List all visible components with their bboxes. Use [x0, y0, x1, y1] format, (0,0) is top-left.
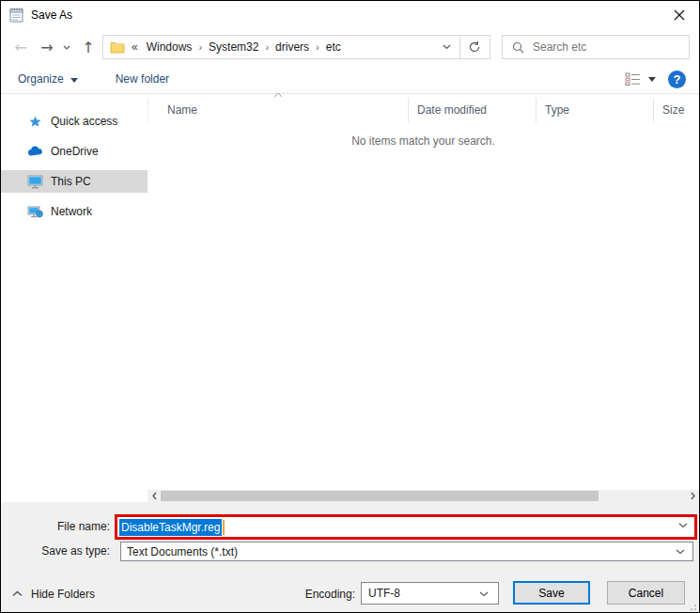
- quick-access-star-icon: [26, 114, 43, 129]
- close-icon: [674, 9, 685, 21]
- sidebar-item-label: Network: [51, 205, 92, 218]
- organize-button[interactable]: Organize: [18, 72, 78, 86]
- chevron-right-icon: [691, 492, 695, 500]
- close-button[interactable]: [660, 1, 699, 28]
- dialog-footer: Hide Folders Encoding: UTF-8 Save Cancel: [1, 574, 699, 613]
- sidebar-item-label: This PC: [51, 175, 91, 188]
- breadcrumb-item-etc[interactable]: etc: [326, 40, 341, 54]
- refresh-button[interactable]: [459, 35, 490, 59]
- save-button-label: Save: [538, 587, 564, 600]
- list-view-icon: [625, 72, 641, 86]
- main-area: Quick access OneDrive This PC: [1, 95, 699, 502]
- forward-icon: →: [40, 39, 53, 56]
- cancel-button[interactable]: Cancel: [607, 581, 685, 605]
- sidebar-item-label: OneDrive: [51, 145, 99, 158]
- column-header-type[interactable]: Type: [536, 98, 653, 122]
- save-as-type-select[interactable]: Text Documents (*.txt): [120, 542, 693, 561]
- search-icon: [512, 41, 524, 54]
- refresh-icon: [468, 40, 481, 54]
- address-bar[interactable]: « Windows › System32 › drivers › etc: [102, 35, 460, 59]
- up-button[interactable]: ↑: [76, 35, 101, 59]
- search-box: [502, 35, 690, 59]
- breadcrumb-item-system32[interactable]: System32: [209, 40, 258, 54]
- column-header-date-modified[interactable]: Date modified: [408, 98, 536, 122]
- encoding-label: Encoding:: [292, 583, 355, 605]
- folder-icon: [110, 40, 125, 54]
- file-list-area: Name Date modified Type Size No items ma…: [148, 95, 699, 502]
- file-name-input[interactable]: DisableTaskMgr.reg: [117, 517, 694, 537]
- column-label: Size: [662, 103, 684, 117]
- hide-folders-button[interactable]: Hide Folders: [12, 574, 95, 613]
- breadcrumb-separator-icon[interactable]: ›: [198, 41, 202, 53]
- organize-label: Organize: [18, 72, 64, 86]
- new-folder-label: New folder: [116, 72, 169, 86]
- chevron-down-icon: [70, 78, 78, 83]
- help-button[interactable]: ?: [668, 71, 686, 88]
- chevron-down-icon: [479, 591, 489, 597]
- scrollbar-thumb[interactable]: [161, 491, 599, 501]
- back-icon: ←: [14, 39, 26, 56]
- chevron-down-icon: [443, 44, 451, 50]
- chevron-up-icon: [12, 590, 23, 597]
- chevron-down-icon: [648, 77, 656, 82]
- chevron-down-icon[interactable]: [678, 523, 688, 528]
- up-icon: ↑: [82, 39, 94, 56]
- help-icon: ?: [674, 72, 681, 86]
- text-caret: [223, 520, 225, 535]
- new-folder-button[interactable]: New folder: [116, 72, 169, 86]
- save-as-dialog: Save As ← → ↑ « Windows › System32 › dri…: [0, 0, 700, 613]
- network-icon: [26, 204, 43, 219]
- chevron-down-icon: [676, 549, 685, 555]
- recent-locations-button[interactable]: [59, 35, 74, 59]
- command-toolbar: Organize New folder ?: [1, 65, 699, 94]
- chevron-left-icon: [152, 492, 157, 500]
- scroll-right-button[interactable]: [686, 490, 699, 502]
- column-header-name[interactable]: Name: [148, 98, 408, 122]
- empty-results-message: No items match your search.: [148, 134, 699, 148]
- column-label: Type: [545, 103, 569, 117]
- save-as-type-value: Text Documents (*.txt): [127, 545, 238, 558]
- file-name-label: File name:: [1, 514, 110, 540]
- sidebar-item-this-pc[interactable]: This PC: [1, 170, 148, 193]
- sidebar-item-label: Quick access: [51, 115, 117, 128]
- this-pc-monitor-icon: [26, 174, 43, 189]
- change-view-button[interactable]: [625, 72, 656, 86]
- onedrive-cloud-icon: [26, 144, 43, 159]
- notepad-icon: [8, 7, 24, 23]
- save-as-type-label: Save as type:: [1, 542, 110, 561]
- window-title: Save As: [31, 8, 72, 22]
- titlebar: Save As: [1, 1, 699, 28]
- sidebar-item-network[interactable]: Network: [1, 200, 148, 223]
- address-dropdown-button[interactable]: [434, 36, 459, 58]
- encoding-select[interactable]: UTF-8: [361, 582, 499, 605]
- scroll-left-button[interactable]: [148, 490, 161, 502]
- cancel-button-label: Cancel: [629, 587, 663, 600]
- forward-button[interactable]: →: [35, 35, 59, 59]
- column-headers: Name Date modified Type Size: [148, 98, 699, 122]
- breadcrumb-item-drivers[interactable]: drivers: [275, 40, 309, 54]
- sidebar-item-quick-access[interactable]: Quick access: [1, 110, 148, 133]
- encoding-value: UTF-8: [368, 587, 400, 600]
- save-button[interactable]: Save: [513, 581, 590, 605]
- breadcrumb-item-windows[interactable]: Windows: [147, 40, 193, 54]
- horizontal-scrollbar[interactable]: [148, 490, 699, 502]
- hide-folders-label: Hide Folders: [31, 588, 95, 601]
- column-label: Name: [167, 103, 197, 117]
- resize-grip[interactable]: [687, 601, 696, 610]
- breadcrumb-root-chevron[interactable]: «: [132, 40, 138, 54]
- column-header-size[interactable]: Size: [653, 98, 699, 122]
- sidebar-item-onedrive[interactable]: OneDrive: [1, 140, 148, 163]
- annotation-highlight-box: DisableTaskMgr.reg: [115, 514, 697, 540]
- navigation-sidebar: Quick access OneDrive This PC: [1, 95, 148, 502]
- toolbar-right-group: ?: [625, 71, 686, 88]
- chevron-down-icon: [63, 45, 70, 50]
- breadcrumb-separator-icon[interactable]: ›: [316, 41, 319, 53]
- search-input[interactable]: [533, 40, 681, 54]
- column-label: Date modified: [417, 103, 487, 117]
- save-fields-panel: File name: DisableTaskMgr.reg Save as ty…: [1, 502, 699, 574]
- file-name-selected-text: DisableTaskMgr.reg: [119, 519, 222, 536]
- back-button[interactable]: ←: [8, 35, 33, 59]
- breadcrumb-separator-icon[interactable]: ›: [265, 41, 269, 53]
- navigation-bar: ← → ↑ « Windows › System32 › drivers › e…: [1, 29, 699, 65]
